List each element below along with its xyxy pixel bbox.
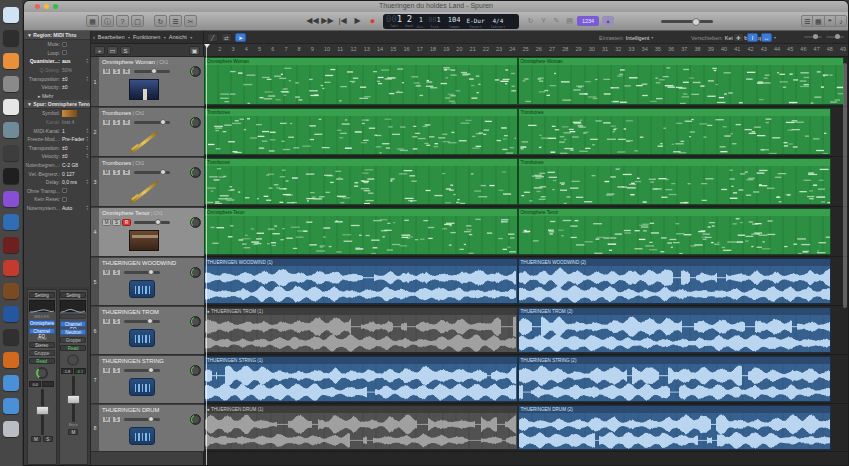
zoom-slider-knob[interactable] [835,34,840,39]
audio-region[interactable]: THUERINGEN STRING (2) [518,356,832,402]
volume-knob[interactable] [160,119,166,125]
stepper-icon[interactable]: ▴ ▾ [86,128,88,134]
loop-browser-icon[interactable]: ▦ [813,16,824,26]
automation-mode-button[interactable]: Read [60,345,86,351]
audio-region[interactable]: THUERINGEN TROM (2) [518,307,832,353]
solo-button[interactable]: S [112,269,121,276]
text-tool-button[interactable]: I [747,33,758,42]
mute-button[interactable]: M [102,119,111,126]
toolbar-toggle-icon[interactable]: ▢ [131,15,144,27]
inspector-param-track-3[interactable]: Freeze-Mod...:Pre-Fader▴ ▾ [24,135,90,144]
dock-app-icon[interactable] [3,306,19,322]
play-button[interactable]: ▶ [351,15,364,27]
tuner-icon[interactable]: Y [537,15,550,27]
param-checkbox[interactable] [62,188,67,193]
midi-region[interactable]: Trombones [204,158,518,205]
track-volume-slider[interactable] [134,171,170,174]
param-value[interactable]: Inst 4 [62,119,74,125]
param-value[interactable]: ±0 [62,84,68,90]
param-checkbox[interactable] [62,197,67,202]
automation-tool-icon[interactable]: ╱ [207,33,218,42]
audio-region[interactable]: THUERINGEN STRING (1) [204,356,518,402]
param-value[interactable]: Pre-Fader [62,136,85,142]
inspector-icon[interactable]: ⓘ [101,15,114,27]
group-slot[interactable]: Gruppe [60,337,86,343]
midi-region[interactable]: Omnisphere Woman [204,57,518,105]
pan-knob[interactable] [67,354,79,366]
midi-region[interactable]: Omnisphere Woman [518,57,845,105]
inspector-param-region-5[interactable]: Velocity:±0 [24,83,90,92]
volume-fader[interactable] [63,376,83,422]
solo-button[interactable]: S [112,318,121,325]
stepper-icon[interactable]: ▴ ▾ [86,205,88,211]
library-icon[interactable]: ▦ [86,15,99,27]
track-volume-slider[interactable] [134,121,170,124]
strip-solo-button[interactable]: S [43,436,53,442]
menu-ansicht[interactable]: Ansicht ▾ [169,34,193,40]
stepper-icon[interactable]: ▴ ▾ [86,76,88,82]
lcd-signature[interactable]: 4/4 Taktart [491,15,506,29]
inspector-param-track-7[interactable]: Vel.-Begrenz.:0 127 [24,169,90,178]
record-enable-button[interactable]: R [122,219,131,226]
dock-app-icon[interactable] [3,237,19,253]
track-header-3[interactable]: 3Trombones | Ch1MSR [91,158,204,207]
plugin-slot[interactable]: Channel EQ [60,321,86,327]
track-inspector-header[interactable]: ▼ Spur: Omnisphere Tenor [24,100,90,109]
param-checkbox[interactable] [62,50,67,55]
notes-icon[interactable]: ❝ [825,16,836,26]
fader-knob[interactable] [67,395,80,404]
dock-app-icon[interactable] [3,283,19,299]
inspector-param-track-10[interactable]: Kein Reset: [24,195,90,204]
master-volume-slider[interactable] [661,20,713,23]
midi-region[interactable]: Trombones [518,108,832,155]
track-volume-slider[interactable] [124,320,160,323]
param-value[interactable]: 0,0 ms [62,179,77,185]
inspector-param-region-1[interactable]: Loop: [24,49,90,58]
go-to-start-button[interactable]: |◀ [336,15,349,27]
inspector-param-track-6[interactable]: Notenbegren...:C-2 G8 [24,161,90,170]
track-pan-knob[interactable] [190,414,201,425]
custom-badge[interactable]: 1234 [577,16,599,26]
record-enable-button[interactable]: R [122,119,131,126]
region-inspector-header[interactable]: ▼ Region: MIDI Thru [24,31,90,40]
track-pan-knob[interactable] [190,365,201,376]
volume-knob[interactable] [147,318,153,324]
forward-button[interactable]: ▶▶ [321,15,334,27]
list-editors-icon[interactable]: ☰ [802,16,813,26]
inspector-param-track-11[interactable]: Notensystem...Auto▴ ▾ [24,204,90,213]
param-value[interactable]: ±0 [62,145,68,151]
plugin-slot[interactable]: Neutron [60,329,86,335]
snap-mode-dropdown[interactable]: Einrasten: Intelligent ▾ [599,31,653,44]
param-value[interactable]: Auto [62,205,72,211]
output-slot[interactable]: Stereo [29,342,55,348]
track-volume-slider[interactable] [124,369,160,372]
record-enable-button[interactable]: R [122,169,131,176]
inspector-param-region-0[interactable]: Mute: [24,40,90,49]
zoom-slider-knob[interactable] [813,34,818,39]
global-solo-button[interactable]: S [120,46,131,55]
dock-app-icon[interactable] [3,76,19,92]
window-titlebar[interactable]: Thueringen du holdes Land - Spuren [24,1,848,12]
dock-app-icon[interactable] [3,329,19,345]
param-value[interactable]: ±0 [62,153,68,159]
midi-region[interactable]: Omnisphere Tenor [518,208,832,255]
hide-library-chevron[interactable]: ‹ [93,34,95,40]
midi-region[interactable]: Trombones [518,158,832,205]
list-icon[interactable]: ▤ [563,15,576,27]
track-header-1[interactable]: 1Omnisphere Woman | Ch1MSR [91,57,204,107]
inspector-param-track-4[interactable]: Transposition:±0▴ ▾ [24,144,90,153]
mute-button[interactable]: M [102,318,111,325]
track-volume-slider[interactable] [134,70,170,73]
strip-mute-button[interactable]: M [68,429,78,435]
track-volume-slider[interactable] [124,271,160,274]
track-header-4[interactable]: 4Omnisphere Tenor | Ch1MSR [91,208,204,257]
dock-app-icon[interactable] [3,214,19,230]
track-pan-knob[interactable] [190,117,201,128]
solo-button[interactable]: S [112,219,121,226]
plugin-slot[interactable]: Channel EQ [29,328,55,334]
inspector-param-region-3[interactable]: Q-Swing:50% [24,66,90,75]
audio-fx-slot[interactable] [60,314,86,319]
quick-help-icon[interactable]: ? [116,15,129,27]
vertical-zoom-slider[interactable] [826,36,844,38]
record-enable-button[interactable]: R [122,68,131,75]
